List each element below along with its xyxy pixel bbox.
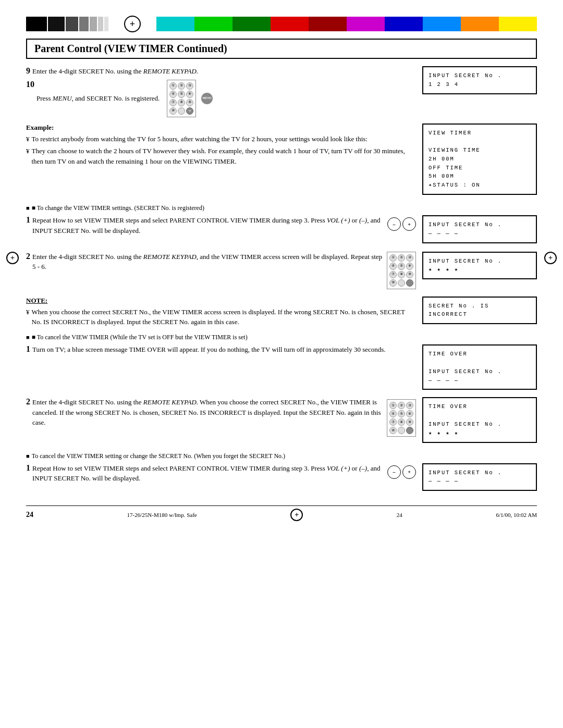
key-5: ⑤ (178, 91, 185, 98)
swatch-darkgreen (232, 17, 271, 31)
screen-2-box: VIEW TIMER VIEWING TIME 2H 00M OFF TIME … (422, 124, 537, 200)
swatch-yellow (499, 17, 537, 31)
screen-7-box: TIME OVER INPUT SECRET No . ★ ★ ★ ★ (422, 397, 537, 447)
steps-9-10-section: 9 Enter the 4-digit SECRET No. using the… (26, 66, 537, 120)
note-section: NOTE: ¥ When you choose the correct SECR… (26, 297, 537, 329)
black-block-1 (26, 17, 47, 31)
black-block-2 (48, 17, 65, 31)
screen-4-box: INPUT SECRET No . ★ ★ ★ ★ (422, 252, 537, 292)
step-10-block: 10 Press MENU, and SECRET No. is registe… (26, 80, 416, 117)
footer-page-number-left: 24 (26, 511, 33, 519)
note-label: NOTE: (26, 297, 416, 305)
key-3: ③ (186, 82, 193, 90)
step-1c-number: 1 (26, 463, 30, 473)
steps-9-10-text: 9 Enter the 4-digit SECRET No. using the… (26, 66, 416, 120)
swatch-lightblue (423, 17, 461, 31)
example-yen1: ¥ To restrict anybody from watching the … (26, 134, 416, 144)
section-change: ■ ■ To change the VIEW TIMER settings. (… (26, 204, 537, 248)
step-2b-number: 2 (26, 397, 30, 406)
key-11 (178, 107, 185, 115)
menu-button-img: MENU (201, 93, 213, 104)
step-2a-number: 2 (26, 252, 30, 261)
section-cancel-label: ■ To cancel the VIEW TIMER (While the TV… (32, 334, 248, 341)
gray-block-3 (90, 17, 97, 31)
key-9: ⑨ (186, 99, 193, 106)
bullet-square-1: ■ (26, 205, 30, 211)
step-1b-text: Turn on TV; a blue screen message TIME O… (32, 344, 416, 355)
key-7: ⑦ (169, 99, 177, 106)
step-2a-block: 2 Enter the 4-digit SECRET No. using the… (26, 252, 416, 289)
screen-display-3: INPUT SECRET No . — — — — (422, 215, 537, 243)
bottom-crosshair: + (290, 509, 303, 521)
gray-block-4 (98, 17, 103, 31)
screen-3-box: INPUT SECRET No . — — — — (422, 215, 537, 248)
note-yen: ¥ When you choose the correct SECRET No.… (26, 307, 416, 327)
key-4: ④ (169, 91, 177, 98)
key-1: ① (169, 82, 177, 90)
step-2a-text: Enter the 4-digit SECRET No. using the R… (32, 252, 416, 289)
page-footer: 24 17-26/25N-M180 w/Imp. Safe + 24 6/1/0… (26, 505, 537, 521)
swatch-orange (461, 17, 499, 31)
step-1b-block: 1 Turn on TV; a blue screen message TIME… (26, 344, 416, 355)
screen-display-6: TIME OVER INPUT SECRET No . — — — — (422, 344, 537, 390)
section-cancel: ■ ■ To cancel the VIEW TIMER (While the … (26, 334, 537, 394)
screen-display-4: INPUT SECRET No . ★ ★ ★ ★ (422, 252, 537, 280)
key-2: ② (178, 82, 185, 90)
screen-display-7: TIME OVER INPUT SECRET No . ★ ★ ★ ★ (422, 397, 537, 442)
keypad-image-2: ① ② ③ ④ ⑤ ⑥ ⑦ ⑧ ⑨ ⑩ (387, 252, 416, 289)
step-1a-number: 1 (26, 215, 30, 225)
gray-block-1 (66, 17, 78, 31)
footer-right-text: 6/1/00, 10:02 AM (496, 512, 537, 518)
screen-8-box: INPUT SECRET No . — — — — (422, 463, 537, 496)
left-reg-mark (6, 252, 19, 264)
step-2b-block: 2 Enter the 4-digit SECRET No. using the… (26, 397, 416, 437)
screen-display-1: INPUT SECRET No . 1 2 3 4 (422, 66, 537, 94)
key-6: ⑥ (186, 91, 193, 98)
gray-block-2 (79, 17, 89, 31)
right-reg-mark (544, 252, 557, 264)
step-10-number: 10 (26, 80, 34, 89)
step-9-block: 9 Enter the 4-digit SECRET No. using the… (26, 66, 416, 77)
section-forget-label: To cancel the VIEW TIMER setting or chan… (32, 452, 285, 460)
vol-buttons-1: – + (387, 217, 416, 231)
vol-buttons-2: – + (387, 465, 416, 479)
top-decorative-bar: + (26, 16, 537, 32)
keypad-image: ① ② ③ ④ ⑤ ⑥ ⑦ ⑧ ⑨ ⑩ M (167, 80, 196, 117)
section-change-label: ■ To change the VIEW TIMER settings. (SE… (32, 204, 204, 212)
example-yen2: ¥ They can choose to watch the 2 hours o… (26, 146, 416, 166)
screen-1-box: INPUT SECRET No . 1 2 3 4 (422, 66, 537, 120)
step-2a-section: 2 Enter the 4-digit SECRET No. using the… (26, 252, 537, 292)
step-1b-number: 1 (26, 344, 30, 354)
gray-block-5 (104, 17, 108, 31)
screen-display-2: VIEW TIMER VIEWING TIME 2H 00M OFF TIME … (422, 124, 537, 195)
swatch-magenta (347, 17, 385, 31)
step-1c-text: Repeat How to set VIEW TIMER steps and s… (32, 463, 416, 484)
bullet-square-2: ■ (26, 334, 30, 340)
step-9-text: Enter the 4-digit SECRET No. using the R… (32, 66, 416, 77)
step-1c-block: 1 Repeat How to set VIEW TIMER steps and… (26, 463, 416, 484)
page-title: Parent Control (VIEW TIMER Continued) (26, 39, 537, 59)
key-8: ⑧ (178, 99, 185, 106)
swatch-darkred (309, 17, 347, 31)
keypad-image-3: ① ② ③ ④ ⑤ ⑥ ⑦ ⑧ ⑨ ⑩ (387, 399, 416, 437)
swatch-blue (385, 17, 423, 31)
screen-5-box: SECRET No . IS INCORRECT (422, 297, 537, 329)
swatch-green (194, 17, 232, 31)
swatch-cyan (156, 17, 194, 31)
screen-display-5: SECRET No . IS INCORRECT (422, 297, 537, 325)
step-2b-section: 2 Enter the 4-digit SECRET No. using the… (26, 397, 537, 447)
example-label: Example: (26, 124, 416, 132)
step-2b-text: Enter the 4-digit SECRET No. using the R… (32, 397, 416, 437)
footer-center-num: 24 (397, 512, 402, 518)
step-1a-text: Repeat How to set VIEW TIMER steps and s… (32, 215, 416, 236)
bullet-square-3: ■ (26, 453, 30, 459)
center-crosshair: + (124, 16, 141, 32)
footer-left-text: 17-26/25N-M180 w/Imp. Safe (127, 512, 197, 518)
screen-display-8: INPUT SECRET No . — — — — (422, 463, 537, 491)
step-1a-block: 1 Repeat How to set VIEW TIMER steps and… (26, 215, 416, 236)
key-0: ⑩ (169, 107, 177, 115)
screen-6-box: TIME OVER INPUT SECRET No . — — — — (422, 344, 537, 394)
example-section: Example: ¥ To restrict anybody from watc… (26, 124, 537, 200)
swatch-red (271, 17, 309, 31)
step-9-number: 9 (26, 66, 30, 76)
